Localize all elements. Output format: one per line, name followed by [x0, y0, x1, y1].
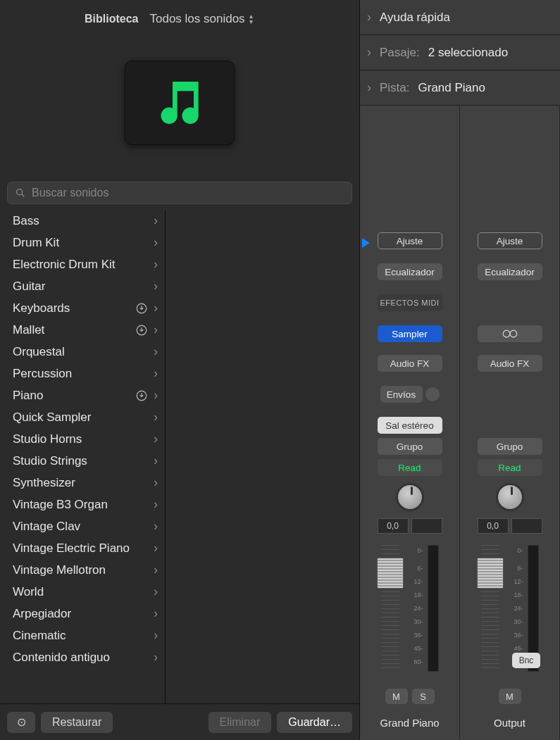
channel-strip: AjusteEcualizadorEFECTOS MIDISamplerAudi…	[360, 106, 460, 740]
group-slot[interactable]: Grupo	[478, 438, 542, 455]
sends-slot[interactable]: Envíos	[380, 386, 423, 403]
search-input[interactable]	[30, 186, 344, 200]
chevron-right-icon	[154, 475, 158, 490]
category-item[interactable]: Guitar	[0, 275, 165, 297]
download-icon[interactable]	[135, 324, 148, 337]
category-item[interactable]: Electronic Drum Kit	[0, 253, 165, 275]
eq-slot[interactable]: Ecualizador	[478, 263, 542, 280]
save-button[interactable]: Guardar…	[277, 712, 352, 733]
volume-fader[interactable]	[381, 545, 399, 672]
category-item[interactable]: Contenido antiguo	[0, 646, 165, 668]
mixer-area: AjusteEcualizadorEFECTOS MIDISamplerAudi…	[360, 106, 560, 740]
setting-slot[interactable]: Ajuste	[378, 232, 442, 249]
inspector-panel: Ayuda rápida Pasaje: 2 seleccionado Pist…	[359, 0, 560, 740]
library-title[interactable]: Biblioteca	[85, 13, 138, 25]
track-key: Pista:	[380, 81, 410, 95]
sounds-dropdown-label: Todos los sonidos	[149, 12, 244, 26]
category-item[interactable]: Studio Strings	[0, 450, 165, 472]
category-item[interactable]: Vintage B3 Organ	[0, 494, 165, 515]
chevron-right-icon	[154, 497, 158, 512]
volume-fader[interactable]	[481, 545, 499, 672]
category-item[interactable]: Vintage Clav	[0, 515, 165, 537]
pan-knob[interactable]	[396, 483, 424, 511]
meter-scale: 0-6-12-18-24-30-36-45-60-	[404, 545, 423, 672]
category-item[interactable]: Cinematic	[0, 625, 165, 646]
library-header: Biblioteca Todos los sonidos ▴▾	[0, 0, 359, 32]
channel-name[interactable]: Output	[494, 717, 525, 729]
sounds-dropdown[interactable]: Todos los sonidos ▴▾	[149, 12, 252, 26]
category-item[interactable]: Synthesizer	[0, 472, 165, 494]
category-item[interactable]: Studio Horns	[0, 428, 165, 450]
midi-fx-slot[interactable]: EFECTOS MIDI	[378, 294, 442, 311]
category-item[interactable]: Drum Kit	[0, 232, 165, 253]
chevron-right-icon	[367, 80, 371, 95]
chevron-right-icon	[154, 453, 158, 468]
automation-mode-slot[interactable]: Read	[378, 459, 442, 476]
peak-value	[511, 518, 542, 534]
group-slot[interactable]: Grupo	[378, 438, 442, 455]
svg-line-1	[22, 194, 24, 196]
stereo-link-icon[interactable]	[478, 325, 542, 342]
category-label: Studio Horns	[13, 432, 148, 446]
track-row[interactable]: Pista: Grand Piano	[360, 70, 560, 106]
audio-fx-slot[interactable]: Audio FX	[478, 355, 542, 372]
category-item[interactable]: Bass	[0, 210, 165, 232]
quick-help-row[interactable]: Ayuda rápida	[360, 0, 560, 35]
category-item[interactable]: Quick Sampler	[0, 406, 165, 428]
chevron-right-icon	[154, 279, 158, 294]
updown-icon: ▴▾	[249, 13, 253, 25]
delete-button[interactable]: Eliminar	[209, 712, 272, 733]
mute-button[interactable]: M	[499, 689, 521, 704]
category-label: Studio Strings	[13, 454, 148, 468]
region-row[interactable]: Pasaje: 2 seleccionado	[360, 35, 560, 70]
fader-block: 0-6-12-18-24-30-36-45-60-	[381, 545, 439, 679]
category-item[interactable]: Vintage Electric Piano	[0, 537, 165, 559]
category-label: Quick Sampler	[13, 410, 148, 425]
category-label: Guitar	[13, 280, 148, 294]
fader-cap[interactable]	[377, 558, 404, 589]
eq-slot[interactable]: Ecualizador	[378, 263, 442, 280]
chevron-right-icon	[154, 235, 158, 250]
output-io-slot[interactable]: Sal estéreo	[378, 417, 442, 434]
playhead-indicator	[362, 238, 370, 248]
audio-fx-slot[interactable]: Audio FX	[378, 355, 442, 372]
setting-slot[interactable]: Ajuste	[478, 232, 542, 249]
restore-button[interactable]: Restaurar	[41, 712, 113, 733]
mute-button[interactable]: M	[385, 689, 408, 704]
pan-value[interactable]: 0,0	[478, 518, 509, 534]
category-list[interactable]: BassDrum KitElectronic Drum KitGuitarKey…	[0, 210, 166, 703]
category-item[interactable]: Keyboards	[0, 297, 165, 319]
more-actions-button[interactable]: ⊙	[7, 712, 35, 733]
category-item[interactable]: Vintage Mellotron	[0, 559, 165, 581]
search-row	[0, 173, 359, 210]
patch-artwork-area	[0, 32, 359, 173]
send-knob[interactable]	[425, 387, 440, 401]
pan-value[interactable]: 0,0	[378, 518, 409, 534]
instrument-slot[interactable]: Sampler	[378, 325, 442, 342]
region-key: Pasaje:	[380, 46, 420, 60]
category-item[interactable]: Mallet	[0, 319, 165, 341]
category-item[interactable]: World	[0, 581, 165, 603]
pan-knob[interactable]	[496, 483, 524, 511]
channel-name[interactable]: Grand Piano	[380, 717, 439, 729]
chevron-right-icon	[154, 519, 158, 534]
chevron-right-icon	[154, 322, 158, 337]
category-item[interactable]: Orquestal	[0, 341, 165, 363]
bounce-button[interactable]: Bnc	[512, 653, 540, 668]
chevron-right-icon	[154, 344, 158, 359]
chevron-right-icon	[154, 606, 158, 621]
category-item[interactable]: Arpegiador	[0, 603, 165, 625]
category-item[interactable]: Piano	[0, 384, 165, 406]
solo-button[interactable]: S	[412, 689, 435, 704]
category-label: Vintage Mellotron	[13, 563, 148, 577]
chevron-right-icon	[154, 388, 158, 403]
chevron-right-icon	[154, 563, 158, 577]
download-icon[interactable]	[135, 302, 148, 315]
download-icon[interactable]	[135, 389, 148, 402]
category-item[interactable]: Percussion	[0, 363, 165, 384]
chevron-right-icon	[154, 650, 158, 665]
search-field[interactable]	[7, 182, 352, 204]
fader-cap[interactable]	[477, 558, 504, 589]
region-value: 2 seleccionado	[428, 46, 508, 60]
automation-mode-slot[interactable]: Read	[478, 459, 542, 476]
